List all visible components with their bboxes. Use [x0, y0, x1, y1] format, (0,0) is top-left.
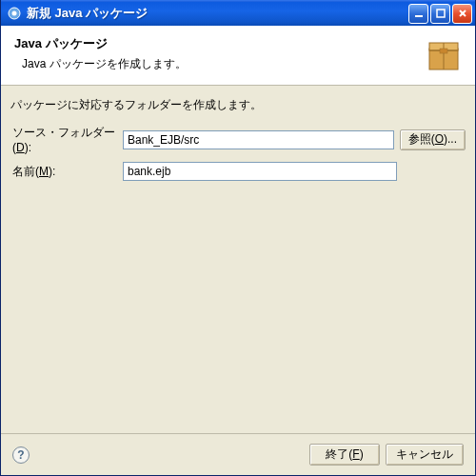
window-title: 新規 Java パッケージ [27, 5, 408, 22]
svg-rect-3 [437, 10, 445, 17]
dialog-window: 新規 Java パッケージ Java パッケージ Java パッケージを作成しま… [0, 0, 476, 476]
name-row: 名前(M): [10, 162, 466, 181]
app-icon [7, 6, 22, 21]
titlebar: 新規 Java パッケージ [1, 0, 475, 26]
wizard-content: パッケージに対応するフォルダーを作成します。 ソース・フォルダー(D): 参照(… [1, 86, 475, 433]
instruction-text: パッケージに対応するフォルダーを作成します。 [10, 97, 466, 113]
help-icon[interactable]: ? [12, 446, 30, 464]
cancel-button[interactable]: キャンセル [386, 444, 464, 466]
close-button[interactable] [452, 4, 472, 24]
source-folder-row: ソース・フォルダー(D): 参照(O)... [10, 125, 466, 154]
source-folder-label: ソース・フォルダー(D): [10, 125, 123, 154]
svg-point-1 [12, 11, 17, 16]
maximize-button[interactable] [430, 4, 450, 24]
svg-rect-10 [440, 49, 447, 53]
finish-button[interactable]: 終了(F) [309, 444, 380, 466]
wizard-header: Java パッケージ Java パッケージを作成します。 [1, 26, 475, 86]
page-title: Java パッケージ [14, 35, 424, 52]
page-subtitle: Java パッケージを作成します。 [14, 56, 424, 72]
wizard-footer: ? 終了(F) キャンセル [1, 433, 475, 475]
name-label: 名前(M): [10, 164, 123, 180]
name-input[interactable] [123, 162, 397, 181]
source-folder-input[interactable] [123, 130, 394, 149]
minimize-button[interactable] [408, 4, 428, 24]
svg-rect-2 [415, 15, 423, 17]
browse-button[interactable]: 参照(O)... [400, 129, 466, 150]
window-controls [408, 4, 472, 24]
package-icon [424, 35, 464, 75]
